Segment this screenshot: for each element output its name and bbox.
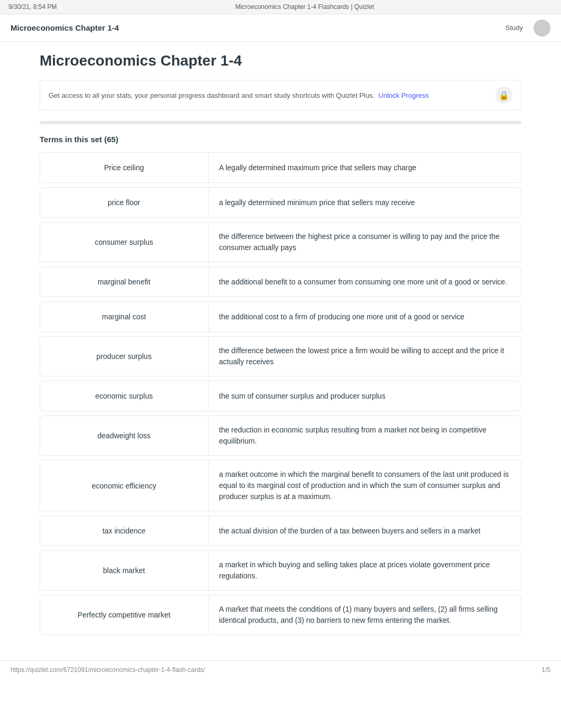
definition-cell: A market that meets the conditions of (1… bbox=[209, 595, 521, 634]
browser-timestamp: 9/30/21, 8:54 PM bbox=[8, 3, 57, 11]
definition-cell: A legally determined maximum price that … bbox=[209, 153, 521, 182]
term-cell: tax incidence bbox=[40, 516, 209, 546]
progress-banner-message: Get access to all your stats, your perso… bbox=[49, 91, 375, 99]
progress-bar-container bbox=[40, 121, 521, 124]
term-row: tax incidencethe actual division of the … bbox=[40, 515, 521, 546]
nav-right: Study bbox=[501, 20, 550, 36]
term-row: economic surplusthe sum of consumer surp… bbox=[40, 381, 521, 411]
term-row: black marketa market in which buying and… bbox=[40, 550, 521, 591]
lock-icon: 🔒 bbox=[495, 87, 512, 104]
browser-page-title: Microeconomics Chapter 1-4 Flashcards | … bbox=[57, 3, 553, 11]
footer-pagination: 1/5 bbox=[541, 666, 550, 674]
term-row: producer surplusthe difference between t… bbox=[40, 336, 521, 376]
progress-banner: Get access to all your stats, your perso… bbox=[40, 80, 521, 110]
definition-cell: the sum of consumer surplus and producer… bbox=[209, 381, 521, 411]
term-row: Perfectly competitive marketA market tha… bbox=[40, 595, 521, 635]
definition-cell: the difference between the lowest price … bbox=[209, 337, 521, 376]
definition-cell: a legally determined minimum price that … bbox=[209, 188, 521, 217]
term-row: consumer surplusthe difference between t… bbox=[40, 222, 521, 262]
term-cell: consumer surplus bbox=[40, 223, 209, 262]
progress-banner-text: Get access to all your stats, your perso… bbox=[49, 91, 429, 99]
avatar bbox=[534, 20, 550, 36]
browser-bar: 9/30/21, 8:54 PM Microeconomics Chapter … bbox=[0, 0, 561, 14]
footer-url: https://quizlet.com/6721091/microeconomi… bbox=[11, 666, 205, 674]
term-row: price floora legally determined minimum … bbox=[40, 187, 521, 218]
term-row: marginal benefitthe additional benefit t… bbox=[40, 266, 521, 297]
term-row: Price ceilingA legally determined maximu… bbox=[40, 152, 521, 183]
term-cell: Price ceiling bbox=[40, 153, 209, 182]
top-nav: Microeconomics Chapter 1-4 Study bbox=[0, 14, 561, 42]
term-cell: economic efficiency bbox=[40, 460, 209, 511]
term-cell: marginal cost bbox=[40, 302, 209, 331]
term-row: economic efficiencya market outcome in w… bbox=[40, 460, 521, 511]
definition-cell: the additional benefit to a consumer fro… bbox=[209, 267, 521, 297]
terms-heading: Terms in this set (65) bbox=[40, 135, 521, 144]
terms-list: Price ceilingA legally determined maximu… bbox=[40, 152, 521, 635]
definition-cell: the difference between the highest price… bbox=[209, 223, 521, 262]
bottom-bar: https://quizlet.com/6721091/microeconomi… bbox=[0, 660, 561, 679]
page-container: Microeconomics Chapter 1-4 Get access to… bbox=[27, 42, 534, 650]
term-cell: producer surplus bbox=[40, 337, 209, 376]
page-heading: Microeconomics Chapter 1-4 bbox=[40, 52, 521, 69]
unlock-progress-link[interactable]: Unlock Progress bbox=[378, 91, 428, 99]
term-cell: economic surplus bbox=[40, 381, 209, 411]
term-cell: deadweight loss bbox=[40, 416, 209, 455]
term-row: deadweight lossthe reduction in economic… bbox=[40, 416, 521, 456]
term-row: marginal costthe additional cost to a fi… bbox=[40, 301, 521, 332]
definition-cell: a market in which buying and selling tak… bbox=[209, 551, 521, 590]
term-cell: Perfectly competitive market bbox=[40, 595, 209, 634]
definition-cell: a market outcome in which the marginal b… bbox=[209, 460, 521, 511]
definition-cell: the additional cost to a firm of produci… bbox=[209, 302, 521, 331]
term-cell: marginal benefit bbox=[40, 267, 209, 297]
term-cell: price floor bbox=[40, 188, 209, 217]
definition-cell: the reduction in economic surplus result… bbox=[209, 416, 521, 455]
study-button[interactable]: Study bbox=[501, 22, 527, 34]
nav-brand: Microeconomics Chapter 1-4 bbox=[11, 23, 119, 32]
term-cell: black market bbox=[40, 551, 209, 590]
definition-cell: the actual division of the burden of a t… bbox=[209, 516, 521, 546]
